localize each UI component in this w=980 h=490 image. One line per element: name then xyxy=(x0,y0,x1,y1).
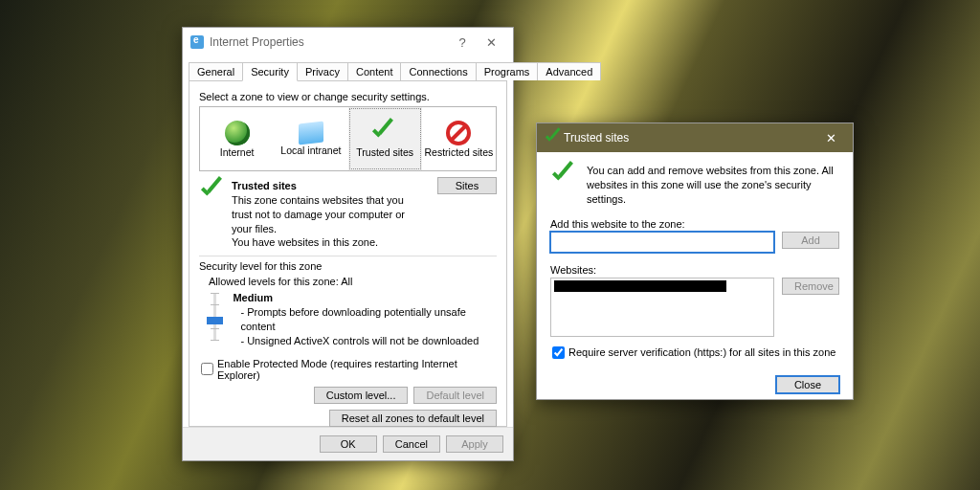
default-level-button[interactable]: Default level xyxy=(413,387,497,404)
zone-local-intranet[interactable]: Local intranet xyxy=(274,107,347,170)
require-https-checkbox[interactable] xyxy=(552,346,565,359)
slider-thumb[interactable] xyxy=(207,317,223,324)
trusted-sites-body: You can add and remove websites from thi… xyxy=(537,152,853,403)
websites-listbox[interactable] xyxy=(550,278,774,337)
websites-label: Websites: xyxy=(550,264,596,276)
zone-label: Local intranet xyxy=(280,145,341,157)
add-website-input[interactable] xyxy=(550,232,774,253)
zone-label: Trusted sites xyxy=(356,147,413,159)
zone-internet[interactable]: Internet xyxy=(200,107,274,170)
tab-strip: General Security Privacy Content Connect… xyxy=(183,62,513,80)
sites-button[interactable]: Sites xyxy=(437,177,497,194)
zone-title: Trusted sites xyxy=(232,180,297,191)
help-button[interactable]: ? xyxy=(448,35,477,50)
zone-label: Internet xyxy=(220,147,255,159)
zone-desc-1: This zone contains websites that you tru… xyxy=(232,193,413,236)
security-tab-body: Select a zone to view or change security… xyxy=(189,80,507,427)
internet-options-icon xyxy=(190,35,204,49)
zone-restricted-sites[interactable]: Restricted sites xyxy=(422,107,496,170)
tab-programs[interactable]: Programs xyxy=(476,62,539,80)
security-slider[interactable] xyxy=(205,293,225,347)
custom-level-button[interactable]: Custom level... xyxy=(314,387,409,404)
close-button[interactable]: ✕ xyxy=(816,131,845,145)
zone-label: Restricted sites xyxy=(424,147,493,159)
globe-icon xyxy=(225,121,250,145)
level-bullet-1: - Prompts before downloading potentially… xyxy=(240,305,497,334)
level-name: Medium xyxy=(233,291,497,305)
intranet-icon xyxy=(299,122,323,145)
trusted-sites-msg: You can add and remove websites from thi… xyxy=(587,164,839,207)
check-icon xyxy=(199,179,228,204)
window-title: Internet Properties xyxy=(210,35,304,49)
trusted-sites-window: Trusted sites ✕ You can add and remove w… xyxy=(536,122,854,400)
tab-connections[interactable]: Connections xyxy=(400,62,476,80)
apply-button[interactable]: Apply xyxy=(446,435,503,453)
add-button[interactable]: Add xyxy=(782,232,839,249)
allowed-levels: Allowed levels for this zone: All xyxy=(209,276,497,287)
protected-mode-checkbox[interactable] xyxy=(201,363,213,375)
cancel-button[interactable]: Cancel xyxy=(383,435,440,453)
protected-mode-label: Enable Protected Mode (requires restarti… xyxy=(217,358,497,381)
titlebar[interactable]: Trusted sites ✕ xyxy=(537,123,853,152)
tab-security[interactable]: Security xyxy=(242,62,298,81)
level-bullet-2: - Unsigned ActiveX controls will not be … xyxy=(240,334,497,348)
list-item[interactable] xyxy=(554,280,726,292)
tab-content[interactable]: Content xyxy=(347,62,402,80)
tab-privacy[interactable]: Privacy xyxy=(297,62,348,80)
titlebar[interactable]: Internet Properties ? ✕ xyxy=(183,28,513,56)
tab-advanced[interactable]: Advanced xyxy=(537,62,601,80)
check-icon xyxy=(545,129,564,146)
zone-trusted-sites[interactable]: Trusted sites xyxy=(348,107,422,170)
ok-button[interactable]: OK xyxy=(320,435,377,453)
zone-prompt: Select a zone to view or change security… xyxy=(199,91,497,102)
dialog-footer: OK Cancel Apply xyxy=(183,427,513,460)
level-row: Medium - Prompts before downloading pote… xyxy=(199,291,497,347)
add-website-label: Add this website to the zone: xyxy=(550,218,685,230)
close-button[interactable]: ✕ xyxy=(477,35,505,50)
check-icon xyxy=(550,164,579,189)
zone-desc-2: You have websites in this zone. xyxy=(232,235,413,250)
remove-button[interactable]: Remove xyxy=(782,278,839,295)
tab-general[interactable]: General xyxy=(189,62,243,80)
close-button[interactable]: Close xyxy=(776,376,839,393)
security-level-heading: Security level for this zone xyxy=(199,260,497,272)
require-https-label: Require server verification (https:) for… xyxy=(568,346,835,358)
no-entry-icon xyxy=(446,121,471,145)
internet-properties-window: Internet Properties ? ✕ General Security… xyxy=(182,27,514,461)
zone-list: Internet Local intranet Trusted sites Re… xyxy=(199,106,497,171)
check-icon xyxy=(370,121,399,145)
reset-zones-button[interactable]: Reset all zones to default level xyxy=(329,410,497,427)
window-title: Trusted sites xyxy=(564,131,629,145)
